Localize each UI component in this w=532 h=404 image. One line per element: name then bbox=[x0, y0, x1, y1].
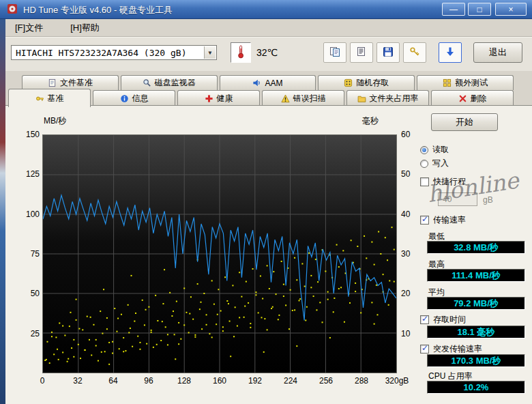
x-axis-tick: 192 bbox=[240, 376, 270, 386]
folder-icon bbox=[357, 94, 366, 103]
y-right-tick: 60 bbox=[401, 130, 424, 139]
tab-label: 文件基准 bbox=[60, 77, 93, 89]
y-right-tick: 40 bbox=[401, 210, 424, 219]
temperature-indicator bbox=[231, 42, 251, 63]
options-button[interactable] bbox=[403, 42, 426, 63]
menu-help[interactable]: [H]帮助 bbox=[65, 20, 105, 36]
x-axis-tick: 288 bbox=[346, 376, 376, 386]
tab-信息[interactable]: 信息 bbox=[93, 90, 175, 106]
x-axis-tick: 96 bbox=[134, 376, 164, 386]
radio-circle-icon bbox=[420, 146, 428, 154]
y-left-tick: 150 bbox=[19, 130, 40, 139]
access-time-checkbox[interactable]: 存取时间 bbox=[420, 314, 466, 326]
toolbar-buttons bbox=[323, 42, 462, 63]
page-icon bbox=[48, 78, 57, 87]
tab-健康[interactable]: 健康 bbox=[177, 90, 260, 106]
tab-row-top: 文件基准磁盘监视器AAM随机存取额外测试 bbox=[22, 75, 516, 90]
save-button[interactable] bbox=[376, 42, 400, 63]
tab-label: 文件夹占用率 bbox=[370, 93, 419, 104]
desktop: HD Tune 专业版 v4.60 - 硬盘专业工具 — □ × [F]文件 [… bbox=[0, 0, 532, 404]
drive-select[interactable]: HITACHI HTS723232A7A364 (320 gB) bbox=[11, 45, 217, 60]
tab-随机存取[interactable]: 随机存取 bbox=[318, 75, 415, 90]
write-radio[interactable]: 写入 bbox=[420, 158, 449, 169]
x-axis-tick: 64 bbox=[98, 376, 128, 386]
read-radio-label: 读取 bbox=[432, 144, 449, 156]
x-axis-tick: 160 bbox=[205, 376, 235, 386]
tab-row-bottom: 基准信息健康错误扫描文件夹占用率删除 bbox=[8, 90, 516, 106]
tab-额外测试[interactable]: 额外测试 bbox=[417, 75, 514, 90]
tab-删除[interactable]: 删除 bbox=[431, 90, 514, 106]
burst-rate-checkbox[interactable]: 突发传输速率 bbox=[420, 343, 482, 355]
tab-label: 随机存取 bbox=[356, 77, 389, 89]
benchmark-plot bbox=[42, 134, 397, 373]
transfer-rate-checkbox[interactable]: 传输速率 bbox=[420, 214, 466, 226]
minimize-button[interactable]: — bbox=[442, 3, 465, 16]
tab-文件基准[interactable]: 文件基准 bbox=[22, 75, 119, 90]
tab-错误扫描[interactable]: 错误扫描 bbox=[262, 90, 344, 106]
app-icon bbox=[7, 3, 18, 14]
copy-text-button[interactable] bbox=[350, 42, 373, 63]
tab-AAM[interactable]: AAM bbox=[220, 75, 316, 90]
short-stroke-size-field[interactable]: 40 bbox=[438, 192, 477, 206]
dice-icon bbox=[344, 78, 353, 87]
tab-label: 磁盘监视器 bbox=[155, 77, 196, 89]
tab-label: 健康 bbox=[217, 93, 233, 104]
y-left-tick: 125 bbox=[19, 169, 40, 179]
y-right-tick: 20 bbox=[401, 289, 424, 298]
copy-text-icon bbox=[356, 46, 367, 59]
drive-select-value: HITACHI HTS723232A7A364 (320 gB) bbox=[16, 48, 186, 58]
save-icon bbox=[383, 46, 394, 59]
average-value-display: 79.2 MB/秒 bbox=[427, 297, 525, 310]
tab-基准[interactable]: 基准 bbox=[8, 89, 91, 107]
short-stroke-checkbox[interactable]: 快捷行程 bbox=[420, 176, 466, 188]
tab-磁盘监视器[interactable]: 磁盘监视器 bbox=[121, 75, 218, 90]
tab-文件夹占用率[interactable]: 文件夹占用率 bbox=[346, 90, 429, 106]
x-axis-tick: 32 bbox=[63, 376, 93, 386]
desktop-wallpaper-strip bbox=[0, 19, 5, 404]
warning-icon bbox=[281, 94, 290, 103]
copy-screenshot-button[interactable] bbox=[323, 42, 346, 63]
access-time-value-display: 18.1 毫秒 bbox=[427, 326, 525, 338]
exit-button[interactable]: 退出 bbox=[473, 42, 522, 63]
speaker-icon bbox=[252, 78, 261, 87]
tab-label: 额外测试 bbox=[455, 77, 488, 89]
read-radio[interactable]: 读取 bbox=[420, 144, 449, 156]
y-left-tick: 100 bbox=[19, 210, 40, 219]
key-icon bbox=[35, 94, 44, 103]
start-button[interactable]: 开始 bbox=[431, 113, 498, 131]
tab-label: 信息 bbox=[132, 93, 149, 104]
access-time-label: 存取时间 bbox=[433, 314, 466, 326]
close-button[interactable]: × bbox=[495, 3, 527, 16]
x-axis-tick: 320gB bbox=[382, 376, 412, 386]
write-radio-label: 写入 bbox=[432, 158, 449, 169]
window-title: HD Tune 专业版 v4.60 - 硬盘专业工具 bbox=[23, 4, 173, 16]
titlebar: HD Tune 专业版 v4.60 - 硬盘专业工具 — □ × bbox=[0, 0, 532, 19]
short-stroke-label: 快捷行程 bbox=[433, 176, 466, 188]
short-stroke-size-value: 40 bbox=[443, 194, 452, 204]
menu-file[interactable]: [F]文件 bbox=[10, 20, 48, 36]
tab-label: 删除 bbox=[471, 93, 487, 104]
x-axis-tick: 256 bbox=[311, 376, 341, 386]
transfer-rate-label: 传输速率 bbox=[433, 214, 466, 226]
y-left-axis-unit: MB/秒 bbox=[44, 115, 66, 127]
update-download-button[interactable] bbox=[439, 42, 462, 63]
checkbox-icon bbox=[420, 315, 429, 324]
cross-icon bbox=[205, 94, 213, 103]
menubar: [F]文件 [H]帮助 bbox=[5, 19, 532, 37]
chevron-down-icon[interactable] bbox=[204, 46, 216, 59]
copy-image-icon bbox=[329, 46, 340, 59]
minimum-value-display: 32.8 MB/秒 bbox=[427, 241, 525, 254]
maximize-button[interactable]: □ bbox=[468, 3, 491, 16]
temperature-value: 32℃ bbox=[256, 47, 278, 58]
tab-label: 错误扫描 bbox=[293, 93, 326, 104]
y-right-tick: 30 bbox=[401, 249, 424, 259]
download-icon bbox=[445, 46, 456, 59]
info-icon bbox=[120, 94, 129, 103]
keys-icon bbox=[409, 46, 420, 59]
burst-rate-label: 突发传输速率 bbox=[433, 343, 482, 355]
y-left-tick: 25 bbox=[19, 329, 40, 338]
y-left-tick: 75 bbox=[19, 249, 40, 259]
maximum-value-display: 111.4 MB/秒 bbox=[427, 269, 525, 282]
y-left-tick: 50 bbox=[19, 289, 40, 298]
short-stroke-unit-label: gB bbox=[483, 195, 493, 205]
